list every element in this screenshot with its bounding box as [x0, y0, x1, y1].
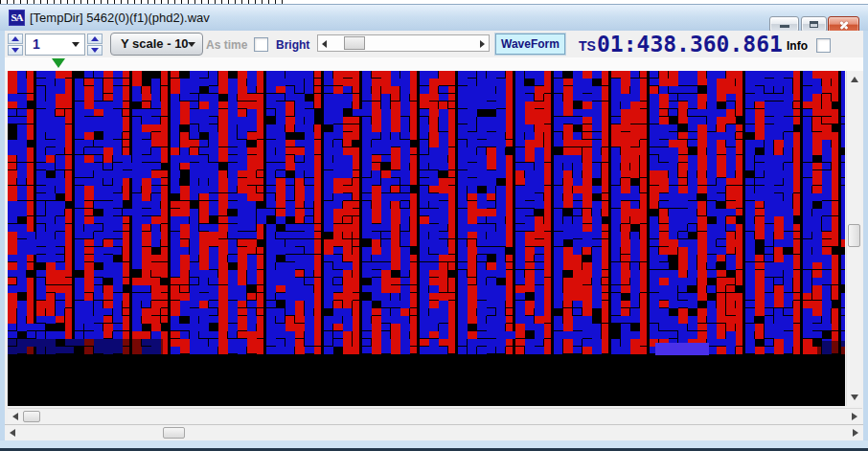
- secondary-spinner-down-button[interactable]: [87, 45, 103, 56]
- waveform-canvas[interactable]: [8, 71, 845, 406]
- scroll-right-icon[interactable]: [852, 413, 857, 420]
- secondary-spinner: [87, 34, 103, 56]
- as-time-label: As time: [206, 38, 247, 52]
- marker-strip[interactable]: [5, 57, 863, 71]
- scroll-right-icon[interactable]: [853, 429, 858, 437]
- spinner-up-icon: [11, 36, 19, 41]
- bright-label: Bright: [276, 38, 309, 52]
- scroll-left-icon[interactable]: [10, 429, 15, 437]
- zoom-combobox[interactable]: 1: [25, 34, 85, 56]
- window-title: [TempDir] 5462(0)(f1)(phd2).wav: [30, 5, 210, 31]
- inner-horizontal-scrollbar-thumb[interactable]: [23, 411, 40, 422]
- window-frame-right: [863, 31, 868, 440]
- titlebar[interactable]: SA [TempDir] 5462(0)(f1)(phd2).wav: [0, 4, 868, 31]
- waveform-visualization[interactable]: [8, 71, 845, 406]
- yscale-value: Y scale - 10: [121, 36, 189, 51]
- spinner-down-icon: [11, 48, 19, 53]
- outer-horizontal-scrollbar[interactable]: [5, 424, 863, 440]
- position-marker[interactable]: [52, 58, 65, 68]
- app-icon: SA: [9, 10, 25, 26]
- bright-checkbox[interactable]: [254, 37, 268, 52]
- slider-thumb[interactable]: [344, 36, 365, 50]
- info-checkbox[interactable]: [816, 38, 831, 53]
- yscale-combobox[interactable]: Y scale - 10: [110, 33, 203, 56]
- inner-horizontal-scrollbar[interactable]: [8, 408, 862, 423]
- outer-horizontal-scrollbar-thumb[interactable]: [163, 427, 185, 439]
- zoom-spinner: [8, 34, 23, 56]
- maximize-icon: [810, 21, 818, 28]
- slider-right-arrow-icon[interactable]: [480, 40, 485, 48]
- scroll-left-icon[interactable]: [12, 413, 18, 420]
- zoom-spinner-down-button[interactable]: [8, 45, 23, 56]
- close-icon: [838, 19, 850, 31]
- dropdown-arrow-icon: [188, 42, 195, 47]
- minimize-icon: [780, 25, 789, 28]
- slider-left-arrow-icon[interactable]: [322, 40, 327, 48]
- waveform-button[interactable]: WaveForm: [495, 34, 565, 55]
- timestamp-display: 01:438.360.861: [597, 32, 783, 56]
- info-label: Info: [787, 39, 808, 53]
- scroll-down-icon[interactable]: [851, 395, 858, 400]
- scroll-up-icon[interactable]: [851, 77, 858, 82]
- ts-label: TS: [579, 38, 596, 54]
- spinner-down-icon: [91, 48, 99, 53]
- spinner-up-icon: [91, 36, 99, 41]
- position-scrollbar[interactable]: [317, 34, 490, 52]
- zoom-spinner-up-button[interactable]: [8, 34, 23, 44]
- window-frame-bottom: [0, 440, 868, 451]
- screen: SA [TempDir] 5462(0)(f1)(phd2).wav 1: [0, 0, 868, 451]
- dropdown-arrow-icon: [72, 42, 80, 47]
- zoom-value: 1: [33, 36, 40, 52]
- vertical-scrollbar[interactable]: [846, 71, 861, 406]
- secondary-spinner-up-button[interactable]: [87, 34, 103, 44]
- vertical-scrollbar-thumb[interactable]: [848, 224, 860, 247]
